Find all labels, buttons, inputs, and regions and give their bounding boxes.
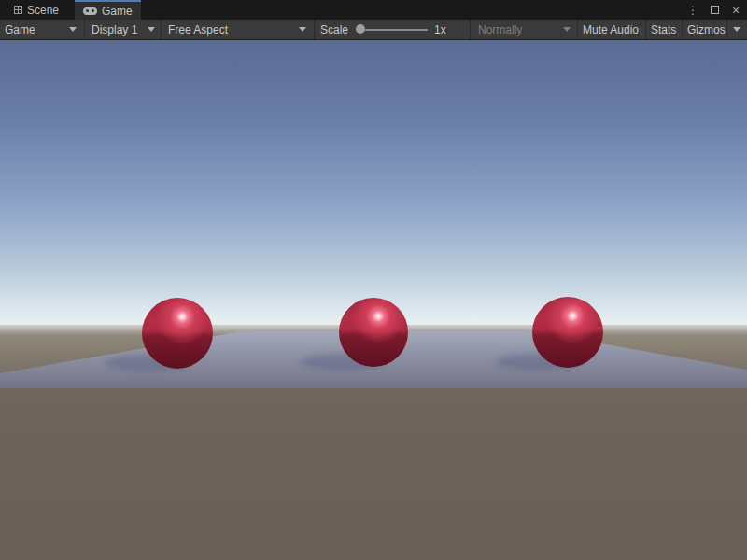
tab-game[interactable]: Game [75, 0, 141, 20]
view-mode-dropdown[interactable]: Game [5, 20, 35, 39]
gizmos-dropdown[interactable]: Gizmos [687, 20, 726, 39]
stats-button[interactable]: Stats [651, 20, 676, 39]
grid-icon [14, 6, 22, 14]
mute-audio-label: Mute Audio [583, 23, 639, 36]
maximize-icon[interactable] [708, 0, 721, 20]
view-mode-label: Game [5, 23, 35, 36]
tab-game-label: Game [102, 5, 133, 18]
play-mode-label: Normally [478, 23, 522, 36]
chevron-down-icon [299, 27, 306, 32]
panel-menu-icon[interactable]: ⋮ [686, 0, 699, 20]
game-view-toolbar: Game Display 1 Free Aspect Scale 1x Norm… [0, 20, 747, 40]
display-dropdown[interactable]: Display 1 [92, 20, 137, 39]
toolbar-divider [726, 20, 727, 39]
tab-scene[interactable]: Scene [6, 0, 67, 20]
aspect-ratio-label: Free Aspect [168, 23, 228, 36]
toolbar-divider [84, 20, 85, 39]
scale-value: 1x [434, 20, 446, 39]
toolbar-divider [161, 20, 162, 39]
chevron-down-icon [563, 27, 571, 32]
window-controls: ⋮ × [686, 0, 742, 20]
toolbar-divider [470, 20, 471, 39]
aspect-ratio-dropdown[interactable]: Free Aspect [168, 20, 228, 39]
unity-game-view-panel: Scene Game ⋮ × Game Display 1 Free Aspec… [0, 0, 747, 560]
toolbar-divider [682, 20, 683, 39]
display-label: Display 1 [92, 23, 137, 36]
toolbar-divider [314, 20, 315, 39]
scale-slider-track[interactable] [365, 29, 428, 31]
scale-slider-knob[interactable] [356, 24, 365, 34]
red-sphere [142, 298, 213, 369]
gizmos-label: Gizmos [687, 23, 726, 36]
stats-label: Stats [651, 23, 676, 36]
gamepad-icon [83, 7, 97, 15]
sky-gradient [0, 40, 747, 331]
chevron-down-icon [69, 27, 77, 32]
maximize-box [711, 6, 719, 14]
close-icon[interactable]: × [729, 0, 742, 20]
red-sphere [532, 297, 603, 368]
tab-bar: Scene Game ⋮ × [0, 0, 747, 20]
toolbar-divider [645, 20, 646, 39]
game-render-viewport[interactable] [0, 40, 747, 560]
scale-label: Scale [320, 20, 348, 39]
chevron-down-icon [148, 27, 155, 32]
tab-scene-label: Scene [27, 4, 59, 17]
play-mode-dropdown[interactable]: Normally [478, 20, 522, 39]
red-sphere [339, 298, 408, 367]
chevron-down-icon[interactable] [733, 27, 740, 32]
mute-audio-button[interactable]: Mute Audio [583, 20, 639, 39]
toolbar-divider [577, 20, 578, 39]
